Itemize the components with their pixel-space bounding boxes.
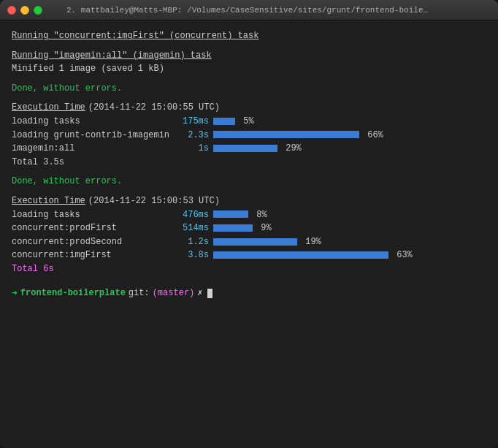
exec1-bar-fill-2 [213, 145, 277, 152]
exec-label-2: Execution Time [12, 194, 85, 208]
exec1-bar-fill-1 [213, 131, 359, 138]
exec1-bar-fill-0 [213, 118, 235, 125]
exec2-pct-3: 63% [397, 248, 413, 262]
maximize-button[interactable] [34, 6, 42, 15]
close-button[interactable] [7, 6, 16, 15]
imagemin-task-header: Running "imagemin:all" (imagemin) task [12, 49, 486, 63]
exec1-label-0: loading tasks [12, 115, 172, 129]
exec2-total: Total 6s [12, 262, 486, 276]
exec2-row-3: concurrent:imgFirst 3.8s 63% [12, 248, 486, 262]
exec2-bar-fill-3 [213, 251, 388, 259]
prompt-x: ✗ [197, 286, 202, 300]
exec2-pct-2: 19% [305, 235, 321, 249]
exec2-label-3: concurrent:imgFirst [12, 248, 172, 262]
prompt-git-text: git: [129, 286, 150, 300]
titlebar: 2. mattbailey@Matts-MBP: /Volumes/CaseSe… [0, 0, 498, 20]
exec2-row-2: concurrent:prodSecond 1.2s 19% [12, 235, 486, 249]
exec2-bar-fill-0 [213, 210, 248, 218]
exec1-pct-1: 66% [367, 129, 383, 143]
traffic-lights [7, 6, 42, 15]
exec2-bar-fill-2 [213, 238, 297, 246]
exec1-row-2: imagemin:all 1s 29% [12, 142, 486, 156]
exec2-label-2: concurrent:prodSecond [12, 235, 172, 249]
exec1-label-1: loading grunt-contrib-imagemin [12, 129, 172, 143]
minify-result: Minified 1 image (saved 1 kB) [12, 62, 486, 76]
task-header-1: Running "concurrent:imgFirst" (concurren… [12, 29, 486, 43]
exec1-row-0: loading tasks 175ms 5% [12, 115, 486, 129]
terminal-cursor [207, 289, 212, 298]
exec1-row-1: loading grunt-contrib-imagemin 2.3s 66% [12, 129, 486, 143]
exec1-label-2: imagemin:all [12, 142, 172, 156]
exec1-bar-2: 29% [213, 142, 302, 156]
exec1-time-1: 2.3s [174, 129, 209, 143]
terminal-window: 2. mattbailey@Matts-MBP: /Volumes/CaseSe… [0, 0, 498, 448]
exec-date-1: (2014-11-22 15:00:55 UTC) [88, 101, 220, 115]
exec2-label-0: loading tasks [12, 208, 172, 222]
exec-time-header-1: Execution Time (2014-11-22 15:00:55 UTC) [12, 101, 486, 115]
exec1-pct-0: 5% [243, 115, 253, 129]
exec2-bar-1: 9% [213, 221, 272, 235]
exec2-pct-0: 8% [256, 208, 267, 222]
exec2-time-0: 476ms [174, 208, 209, 222]
exec2-bar-3: 63% [213, 248, 413, 262]
exec1-time-0: 175ms [174, 115, 209, 129]
exec1-bar-1: 66% [213, 129, 383, 143]
prompt-directory: frontend-boilerplate [20, 286, 126, 300]
exec1-total: Total 3.5s [12, 156, 486, 170]
prompt-arrow-icon: ➜ [12, 286, 18, 301]
done-message-2: Done, without errors. [12, 175, 486, 189]
exec2-row-0: loading tasks 476ms 8% [12, 208, 486, 222]
prompt-branch: (master) [153, 286, 195, 300]
exec2-bar-0: 8% [213, 208, 267, 222]
exec2-time-2: 1.2s [174, 235, 209, 249]
exec2-time-3: 3.8s [174, 248, 209, 262]
exec2-row-1: concurrent:prodFirst 514ms 9% [12, 221, 486, 235]
exec-label-1: Execution Time [12, 101, 85, 115]
minimize-button[interactable] [20, 6, 29, 15]
exec2-bar-2: 19% [213, 235, 321, 249]
exec-date-2: (2014-11-22 15:00:53 UTC) [88, 194, 220, 208]
exec-time-header-2: Execution Time (2014-11-22 15:00:53 UTC) [12, 194, 486, 208]
exec1-bar-0: 5% [213, 115, 254, 129]
exec2-label-1: concurrent:prodFirst [12, 221, 172, 235]
prompt-line: ➜ frontend-boilerplate git: (master) ✗ [12, 286, 486, 301]
exec1-pct-2: 29% [286, 142, 302, 156]
exec1-time-2: 1s [174, 142, 209, 156]
done-message-1: Done, without errors. [12, 82, 486, 96]
window-title: 2. mattbailey@Matts-MBP: /Volumes/CaseSe… [66, 6, 432, 15]
exec2-bar-fill-1 [213, 224, 253, 232]
exec2-pct-1: 9% [261, 221, 271, 235]
exec2-time-1: 514ms [174, 221, 209, 235]
terminal-body: Running "concurrent:imgFirst" (concurren… [0, 20, 498, 448]
